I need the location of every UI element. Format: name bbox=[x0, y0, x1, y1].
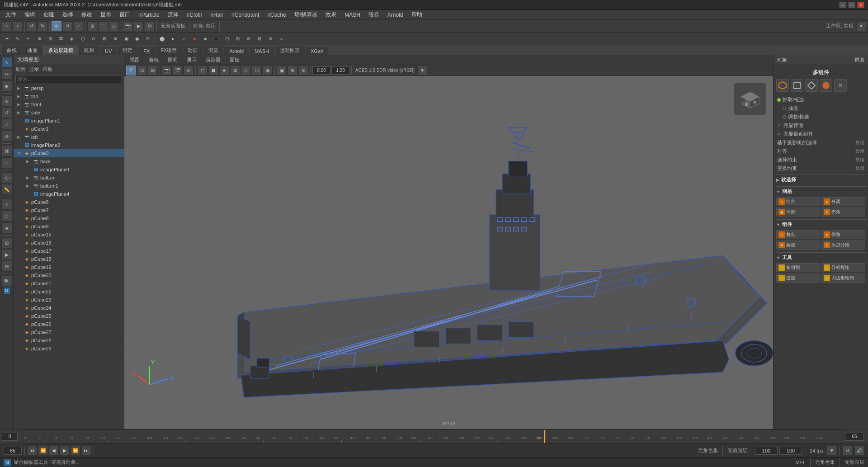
shelf-icon-boolean[interactable]: ⊗ bbox=[265, 34, 275, 44]
soft-select-header[interactable]: ▶ 软选择 bbox=[775, 175, 866, 184]
tb-undo[interactable]: ↺ bbox=[27, 21, 37, 31]
loop-btn[interactable]: ↺ bbox=[843, 446, 853, 456]
mesh-header[interactable]: ▼ 网格 bbox=[775, 186, 866, 196]
menu-cache[interactable]: 缓存 bbox=[365, 10, 383, 19]
poly-icon-diamond[interactable] bbox=[805, 79, 818, 92]
vp-tb-display2[interactable]: ◼ bbox=[208, 66, 218, 75]
vp-menu-show[interactable]: 显示 bbox=[183, 56, 200, 64]
vp-tb-wire1[interactable]: ▣ bbox=[277, 66, 287, 75]
tool-select[interactable]: ↖ bbox=[1, 57, 12, 68]
outliner-search[interactable] bbox=[14, 74, 124, 84]
tool-soft-mod[interactable]: ⌘ bbox=[1, 146, 12, 156]
minimize-button[interactable]: ─ bbox=[839, 2, 846, 8]
maximize-button[interactable]: □ bbox=[848, 2, 855, 8]
tree-item-back[interactable]: ▶ 📷 back bbox=[14, 157, 124, 165]
menu-create[interactable]: 创建 bbox=[40, 10, 58, 19]
tree-item-imageplane4[interactable]: 🖼 imagePlane4 bbox=[14, 190, 124, 198]
tree-item-imageplane1[interactable]: 🖼 imagePlane1 bbox=[14, 117, 124, 125]
tree-item-pcube19[interactable]: ◈ pCube19 bbox=[14, 263, 124, 271]
shelf-icon-bridge[interactable]: ⊠ bbox=[99, 34, 109, 44]
outliner-menu-help[interactable]: 帮助 bbox=[42, 66, 52, 73]
menu-modify[interactable]: 修改 bbox=[78, 10, 96, 19]
mesh-separate-btn[interactable]: ⊗ 分离 bbox=[821, 197, 865, 206]
tool-target-weld-btn[interactable]: ⊙ 目标焊接 bbox=[821, 263, 865, 272]
tab-sculpt[interactable]: 雕刻 bbox=[79, 46, 99, 55]
tree-item-pcube23[interactable]: ◈ pCube23 bbox=[14, 296, 124, 304]
tool-render[interactable]: ▶ bbox=[1, 249, 12, 260]
mesh-smooth-btn[interactable]: ◉ 平滑 bbox=[776, 208, 820, 217]
tree-item-pcube21[interactable]: ◈ pCube21 bbox=[14, 279, 124, 288]
tree-item-imageplane3[interactable]: 🖼 imagePlane3 bbox=[14, 165, 124, 174]
tab-render[interactable]: 渲染 bbox=[203, 46, 223, 55]
tool-move[interactable]: ⊕ bbox=[1, 95, 12, 106]
tool-paint[interactable]: ✏ bbox=[1, 69, 12, 80]
shelf-icon-paint[interactable]: ✏ bbox=[24, 34, 33, 44]
timeline-bar[interactable]: 0 2 4 6 8 10 12 14 16 18 20 22 24 26 28 … bbox=[23, 429, 843, 443]
outliner-search-input[interactable] bbox=[15, 75, 122, 83]
tree-item-bottom[interactable]: ▶ 📷 bottom bbox=[14, 174, 124, 182]
mesh-combine-btn[interactable]: ⊕ 结合 bbox=[776, 197, 820, 206]
tab-curves[interactable]: 曲线 bbox=[2, 46, 22, 55]
shelf-icon-sculpt[interactable]: ⊕ bbox=[34, 34, 44, 44]
vp-tb-cam2[interactable]: 🎬 bbox=[173, 66, 183, 75]
tree-item-pcube15[interactable]: ◈ pCube15 bbox=[14, 231, 124, 239]
menu-window[interactable]: 窗口 bbox=[116, 10, 134, 19]
shelf-icon-mat2[interactable]: ■ bbox=[200, 34, 210, 44]
tree-item-persp[interactable]: ▶ 📷 persp bbox=[14, 84, 124, 92]
shelf-icon-cleanup[interactable]: ⍟ bbox=[276, 34, 286, 44]
tree-item-front[interactable]: ▶ 📷 front bbox=[14, 100, 124, 108]
shelf-icon-collapse[interactable]: ◉ bbox=[132, 34, 142, 44]
component-header[interactable]: ▼ 组件 bbox=[775, 219, 866, 229]
tool-crease[interactable]: ≡ bbox=[1, 157, 12, 168]
tree-item-pcube25[interactable]: ◈ pCube25 bbox=[14, 312, 124, 320]
tab-xgen[interactable]: XGen bbox=[306, 47, 328, 55]
vp-tb-display5[interactable]: ◇ bbox=[241, 66, 251, 75]
viewport[interactable]: 视图 着色 照明 显示 渲染器 面板 P ⊡ ⊞ 📷 🎬 ⊙ ◻ ◼ ◈ ⊠ ◇… bbox=[124, 55, 773, 429]
tree-item-left[interactable]: ▶ 📷 left bbox=[14, 133, 124, 141]
tool-grid[interactable]: ⊟ bbox=[1, 261, 12, 272]
vp-tb-display6[interactable]: ⬡ bbox=[252, 66, 262, 75]
tool-render-region[interactable]: ⊞ bbox=[1, 237, 12, 248]
menu-nhair[interactable]: nHair bbox=[207, 11, 227, 19]
menu-effects[interactable]: 效果 bbox=[322, 10, 340, 19]
shelf-icon-smooth3[interactable]: ○ bbox=[179, 34, 189, 44]
shelf-icon-mat3[interactable]: ■ bbox=[211, 34, 221, 44]
shelf-icon-uv[interactable]: ⊞ bbox=[233, 34, 243, 44]
tb-snap-grid[interactable]: ⊞ bbox=[87, 21, 97, 31]
timeline-current-frame-right[interactable] bbox=[845, 433, 864, 441]
tab-poly-modeling[interactable]: 多边形建模 bbox=[43, 46, 78, 55]
tab-motion-graphics[interactable]: 运动图形 bbox=[275, 46, 305, 55]
tool-measure[interactable]: 📏 bbox=[1, 184, 12, 195]
menu-arnold[interactable]: Arnold bbox=[384, 11, 407, 19]
tree-item-pcube28[interactable]: ◈ pCube28 bbox=[14, 336, 124, 344]
tb-render[interactable]: ▶ bbox=[134, 21, 144, 31]
menu-select[interactable]: 选择 bbox=[59, 10, 77, 19]
tool-connect-btn[interactable]: ↔ 连接 bbox=[776, 274, 820, 283]
tree-item-top[interactable]: ▶ 📷 top bbox=[14, 92, 124, 100]
mesh-bool-btn[interactable]: ⊛ 布尔 bbox=[821, 208, 865, 217]
vp-menu-renderer[interactable]: 渲染器 bbox=[202, 56, 224, 64]
tool-quad-draw-btn[interactable]: ⊞ 四边形绘制 bbox=[821, 274, 865, 283]
component-bridge-btn[interactable]: ⊠ 桥接 bbox=[776, 241, 820, 250]
tree-item-pcube1[interactable]: ◈ pCube1 bbox=[14, 125, 124, 133]
tree-item-bottom1[interactable]: ▶ 📷 bottom1 bbox=[14, 182, 124, 190]
sound-btn[interactable]: 🔊 bbox=[854, 446, 864, 456]
component-bevel-btn[interactable]: ◈ 倒角 bbox=[821, 230, 865, 239]
shelf-icon-smooth2[interactable]: ● bbox=[168, 34, 178, 44]
tool-sculpt[interactable]: ◉ bbox=[1, 80, 12, 91]
poly-icon-x[interactable]: ✕ bbox=[834, 79, 847, 92]
tb-select[interactable]: ↖ bbox=[2, 21, 12, 31]
tb-snap-curve[interactable]: ⌒ bbox=[98, 21, 108, 31]
tb-lasso[interactable]: ⌖ bbox=[13, 21, 23, 31]
vp-tb-ortho[interactable]: ⊡ bbox=[137, 66, 147, 75]
tree-item-pcube18[interactable]: ◈ pCube18 bbox=[14, 255, 124, 263]
tool-rotate[interactable]: ↺ bbox=[1, 107, 12, 118]
tree-item-pcube6[interactable]: ◈ pCube6 bbox=[14, 198, 124, 206]
shelf-icon-select[interactable]: ↖ bbox=[13, 34, 23, 44]
tab-fx[interactable]: FX bbox=[138, 47, 155, 55]
tool-bevel[interactable]: ◈ bbox=[1, 222, 12, 233]
menu-fluid[interactable]: 流体 bbox=[164, 10, 182, 19]
tb-scale[interactable]: ⤢ bbox=[73, 21, 83, 31]
tb-camera[interactable]: 📷 bbox=[123, 21, 133, 31]
tab-arnold[interactable]: Arnold bbox=[224, 47, 249, 55]
